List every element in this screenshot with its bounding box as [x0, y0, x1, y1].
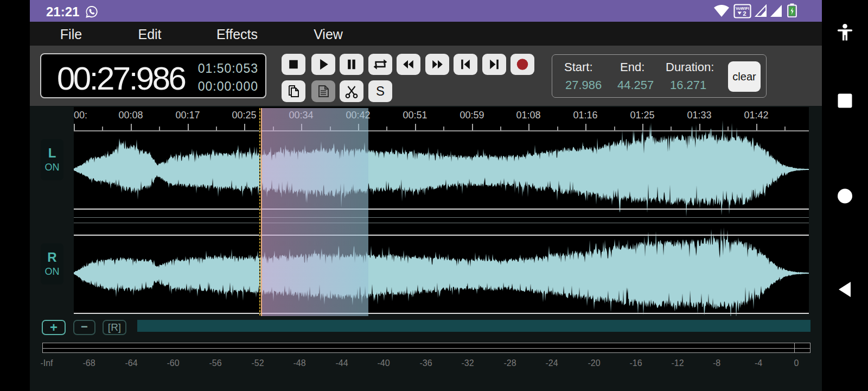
svg-text:2: 2 — [743, 10, 746, 17]
svg-text:S: S — [376, 84, 385, 98]
